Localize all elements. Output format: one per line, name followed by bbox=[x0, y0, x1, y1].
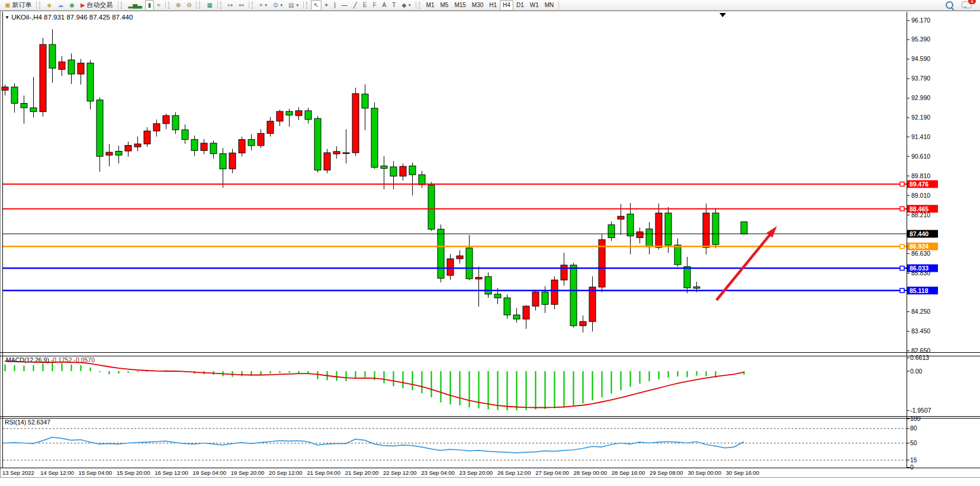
rsi-tick-label: 100 bbox=[910, 415, 921, 422]
tf-button-M15[interactable]: M15 bbox=[451, 0, 468, 11]
tf-button-D1[interactable]: D1 bbox=[513, 0, 527, 11]
chevron-down-icon[interactable]: ▾ bbox=[296, 3, 298, 8]
text-icon[interactable]: A bbox=[380, 0, 390, 11]
shapes-icon: ◆ bbox=[401, 2, 406, 8]
zoom-out-icon: ⊖ bbox=[187, 2, 191, 8]
trendline-icon: ╱ bbox=[354, 2, 357, 8]
candle-body bbox=[305, 111, 311, 120]
time-axis-label: 21 Sep 20:00 bbox=[345, 469, 379, 476]
toolbar-separator bbox=[303, 1, 304, 9]
profiles-icon[interactable]: ☁ bbox=[54, 0, 66, 11]
toolbar-separator bbox=[165, 1, 166, 9]
label-icon[interactable]: T bbox=[389, 0, 399, 11]
crosshair-icon[interactable]: + bbox=[322, 0, 331, 11]
candle-body bbox=[182, 130, 188, 140]
template-icon[interactable]: ▤▾ bbox=[285, 0, 301, 11]
candle-body bbox=[684, 266, 690, 288]
candle-body bbox=[78, 63, 84, 75]
chart-canvas[interactable]: 96.17095.39094.59093.79092.99092.19091.4… bbox=[0, 11, 980, 486]
tf-button-H4[interactable]: H4 bbox=[500, 0, 513, 11]
search-icon[interactable] bbox=[946, 1, 953, 9]
time-axis-label: 14 Sep 12:00 bbox=[40, 469, 74, 476]
fibonacci-icon[interactable]: F bbox=[369, 0, 379, 11]
time-axis-label: 15 Sep 04:00 bbox=[79, 469, 113, 476]
trendline-icon[interactable]: ╱ bbox=[351, 0, 360, 11]
chevron-down-icon[interactable]: ▾ bbox=[280, 3, 282, 8]
cursor-icon[interactable]: ↖ bbox=[311, 0, 322, 11]
chevron-down-icon[interactable]: ▾ bbox=[265, 3, 268, 8]
bar-chart-icon[interactable]: ▂▅▃ bbox=[126, 0, 145, 11]
tile-windows-icon[interactable]: ▦ bbox=[204, 0, 215, 11]
channel-icon[interactable]: E bbox=[360, 0, 370, 11]
indicators-add-icon[interactable]: +▾ bbox=[256, 0, 270, 11]
toolbar-group-handle bbox=[168, 2, 171, 9]
candle-body bbox=[580, 321, 586, 326]
candle-body bbox=[475, 277, 482, 279]
tf-button-M30[interactable]: M30 bbox=[469, 0, 486, 11]
level-badge-label: 86.033 bbox=[910, 265, 928, 272]
line-chart-icon[interactable]: ≈ bbox=[154, 0, 163, 11]
toolbar-separator bbox=[118, 1, 118, 9]
signals-icon[interactable]: ◉ bbox=[66, 0, 78, 11]
candle-body bbox=[532, 292, 539, 306]
candle-body bbox=[390, 167, 397, 176]
candle-body bbox=[741, 222, 747, 234]
level-line-handle[interactable] bbox=[900, 288, 904, 292]
time-axis-label: 22 Sep 12:00 bbox=[383, 469, 417, 476]
zoom-out-icon[interactable]: ⊖ bbox=[184, 0, 194, 11]
channel-icon: E bbox=[363, 2, 367, 8]
candle-body bbox=[286, 111, 293, 115]
level-line-handle[interactable] bbox=[900, 266, 904, 271]
level-line-handle[interactable] bbox=[900, 207, 904, 211]
toolbar-separator bbox=[196, 1, 197, 9]
toolbar-separator bbox=[416, 1, 416, 9]
chart-title-ohlc: 87.931 87.946 87.425 87.440 bbox=[44, 14, 133, 21]
chevron-down-icon[interactable]: ▾ bbox=[409, 3, 411, 8]
tf-button-M5[interactable]: M5 bbox=[438, 0, 452, 11]
horizontal-line-icon: ― bbox=[342, 2, 348, 8]
chart-title-collapse-icon[interactable]: ▼ bbox=[5, 15, 9, 20]
level-line-handle[interactable] bbox=[900, 244, 904, 249]
level-badge-label: 86.924 bbox=[910, 243, 928, 250]
new-order-button[interactable]: ▣新订单 bbox=[2, 0, 34, 11]
notifications-button[interactable]: 1 bbox=[962, 0, 972, 11]
candlestick-icon[interactable]: ▮ bbox=[145, 0, 155, 11]
fibonacci-icon: F bbox=[372, 2, 376, 8]
vertical-line-icon[interactable]: | bbox=[331, 0, 339, 11]
candle-body bbox=[201, 143, 207, 150]
candle-body bbox=[49, 44, 56, 68]
label-icon: T bbox=[392, 2, 396, 8]
level-line-handle[interactable] bbox=[900, 182, 904, 186]
auto-scroll-icon[interactable]: ↦ bbox=[225, 0, 236, 11]
price-tick-label: 83.450 bbox=[911, 327, 930, 334]
time-axis-label: 28 Sep 16:00 bbox=[612, 469, 645, 476]
horizontal-line-icon[interactable]: ― bbox=[339, 0, 351, 11]
tf-button-MN[interactable]: MN bbox=[542, 0, 557, 11]
toolbar-group-handle bbox=[306, 2, 309, 9]
candle-body bbox=[542, 292, 548, 304]
chart-shift-icon[interactable]: ↤ bbox=[236, 0, 246, 11]
toolbar-separator bbox=[558, 1, 559, 9]
price-tick-label: 94.590 bbox=[911, 55, 930, 62]
time-axis-label: 23 Sep 04:00 bbox=[421, 469, 455, 476]
tf-button-W1[interactable]: W1 bbox=[527, 0, 542, 11]
time-axis-label: 27 Sep 04:00 bbox=[535, 469, 569, 476]
candle-body bbox=[134, 144, 141, 147]
bid-price-badge-label: 87.440 bbox=[910, 230, 928, 237]
shapes-icon[interactable]: ◆▾ bbox=[399, 0, 413, 11]
candle-body bbox=[466, 248, 473, 279]
auto-trading-button[interactable]: ▶自动交易 bbox=[78, 0, 116, 11]
auto-scroll-icon: ↦ bbox=[228, 2, 233, 8]
time-axis-label: 13 Sep 2022 bbox=[2, 469, 34, 476]
line-chart-icon: ≈ bbox=[157, 2, 160, 8]
tf-button-H1[interactable]: H1 bbox=[486, 0, 500, 11]
zoom-in-icon[interactable]: ⊕ bbox=[173, 0, 184, 11]
toolbar-group-handle bbox=[199, 2, 202, 9]
notification-badge: 1 bbox=[968, 0, 976, 5]
rsi-name: RSI(14) bbox=[5, 419, 26, 426]
history-center-icon[interactable]: ◈ bbox=[44, 0, 54, 11]
period-icon[interactable]: ⊙▾ bbox=[270, 0, 285, 11]
tf-button-M1[interactable]: M1 bbox=[423, 0, 438, 11]
candle-body bbox=[608, 225, 615, 238]
candle-body bbox=[504, 298, 510, 315]
